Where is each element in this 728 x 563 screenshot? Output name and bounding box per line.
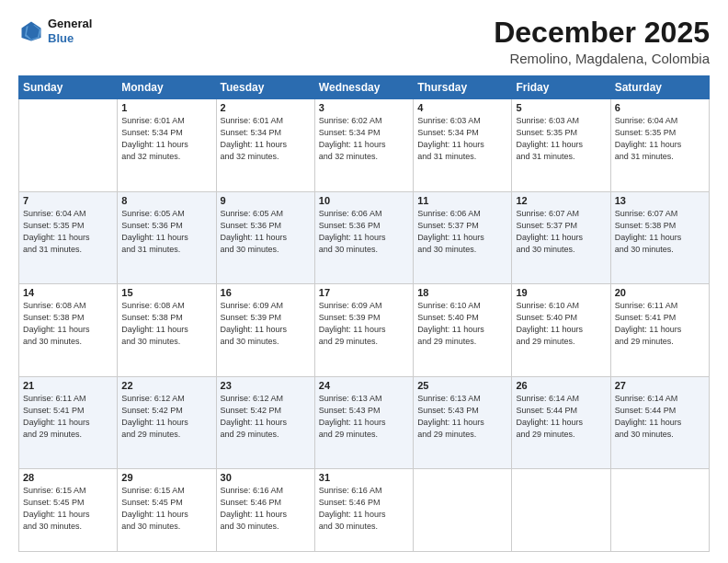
- day-number: 9: [221, 195, 311, 206]
- day-number: 29: [121, 472, 211, 483]
- logo-line2: Blue: [48, 31, 74, 45]
- calendar-week-row: 7Sunrise: 6:04 AM Sunset: 5:35 PM Daylig…: [19, 191, 710, 284]
- col-sunday: Sunday: [19, 76, 118, 99]
- day-info: Sunrise: 6:05 AM Sunset: 5:36 PM Dayligh…: [221, 208, 311, 256]
- day-number: 12: [516, 195, 606, 206]
- table-row: 7Sunrise: 6:04 AM Sunset: 5:35 PM Daylig…: [19, 191, 118, 284]
- table-row: [610, 469, 709, 552]
- table-row: 5Sunrise: 6:03 AM Sunset: 5:35 PM Daylig…: [512, 99, 610, 192]
- table-row: 24Sunrise: 6:13 AM Sunset: 5:43 PM Dayli…: [314, 376, 413, 469]
- day-info: Sunrise: 6:16 AM Sunset: 5:46 PM Dayligh…: [319, 485, 409, 533]
- day-info: Sunrise: 6:12 AM Sunset: 5:42 PM Dayligh…: [121, 393, 211, 441]
- table-row: 26Sunrise: 6:14 AM Sunset: 5:44 PM Dayli…: [512, 376, 610, 469]
- day-info: Sunrise: 6:04 AM Sunset: 5:35 PM Dayligh…: [615, 115, 705, 163]
- logo-text: General Blue: [48, 17, 92, 45]
- day-info: Sunrise: 6:07 AM Sunset: 5:37 PM Dayligh…: [516, 208, 606, 256]
- table-row: 20Sunrise: 6:11 AM Sunset: 5:41 PM Dayli…: [610, 284, 709, 377]
- table-row: 11Sunrise: 6:06 AM Sunset: 5:37 PM Dayli…: [414, 191, 512, 284]
- day-number: 10: [319, 195, 409, 206]
- table-row: 15Sunrise: 6:08 AM Sunset: 5:38 PM Dayli…: [118, 284, 216, 377]
- day-number: 17: [319, 287, 409, 298]
- table-row: 27Sunrise: 6:14 AM Sunset: 5:44 PM Dayli…: [610, 376, 709, 469]
- table-row: 19Sunrise: 6:10 AM Sunset: 5:40 PM Dayli…: [512, 284, 610, 377]
- day-info: Sunrise: 6:04 AM Sunset: 5:35 PM Dayligh…: [23, 208, 113, 256]
- logo-icon: [18, 18, 44, 44]
- logo: General Blue: [18, 17, 92, 45]
- header: General Blue December 2025 Remolino, Mag…: [18, 17, 710, 66]
- day-number: 20: [615, 287, 705, 298]
- main-title: December 2025: [494, 17, 710, 49]
- day-info: Sunrise: 6:15 AM Sunset: 5:45 PM Dayligh…: [23, 485, 113, 533]
- title-block: December 2025 Remolino, Magdalena, Colom…: [494, 17, 710, 66]
- table-row: 8Sunrise: 6:05 AM Sunset: 5:36 PM Daylig…: [118, 191, 216, 284]
- table-row: 30Sunrise: 6:16 AM Sunset: 5:46 PM Dayli…: [216, 469, 314, 552]
- day-number: 2: [221, 102, 311, 113]
- page: General Blue December 2025 Remolino, Mag…: [0, 0, 728, 563]
- table-row: 22Sunrise: 6:12 AM Sunset: 5:42 PM Dayli…: [118, 376, 216, 469]
- table-row: 21Sunrise: 6:11 AM Sunset: 5:41 PM Dayli…: [19, 376, 118, 469]
- day-info: Sunrise: 6:11 AM Sunset: 5:41 PM Dayligh…: [23, 393, 113, 441]
- day-info: Sunrise: 6:05 AM Sunset: 5:36 PM Dayligh…: [121, 208, 211, 256]
- day-info: Sunrise: 6:13 AM Sunset: 5:43 PM Dayligh…: [417, 393, 507, 441]
- table-row: 14Sunrise: 6:08 AM Sunset: 5:38 PM Dayli…: [19, 284, 118, 377]
- table-row: 18Sunrise: 6:10 AM Sunset: 5:40 PM Dayli…: [414, 284, 512, 377]
- day-number: 31: [319, 472, 409, 483]
- logo-line1: General: [48, 17, 92, 30]
- subtitle: Remolino, Magdalena, Colombia: [494, 51, 710, 66]
- day-number: 1: [121, 102, 211, 113]
- table-row: [512, 469, 610, 552]
- calendar-header-row: Sunday Monday Tuesday Wednesday Thursday…: [19, 76, 710, 99]
- table-row: 4Sunrise: 6:03 AM Sunset: 5:34 PM Daylig…: [414, 99, 512, 192]
- day-number: 16: [221, 287, 311, 298]
- table-row: 3Sunrise: 6:02 AM Sunset: 5:34 PM Daylig…: [314, 99, 413, 192]
- day-info: Sunrise: 6:11 AM Sunset: 5:41 PM Dayligh…: [615, 300, 705, 348]
- day-info: Sunrise: 6:15 AM Sunset: 5:45 PM Dayligh…: [121, 485, 211, 533]
- calendar-week-row: 1Sunrise: 6:01 AM Sunset: 5:34 PM Daylig…: [19, 99, 710, 192]
- table-row: 13Sunrise: 6:07 AM Sunset: 5:38 PM Dayli…: [610, 191, 709, 284]
- day-info: Sunrise: 6:03 AM Sunset: 5:35 PM Dayligh…: [516, 115, 606, 163]
- day-info: Sunrise: 6:12 AM Sunset: 5:42 PM Dayligh…: [221, 393, 311, 441]
- day-info: Sunrise: 6:06 AM Sunset: 5:37 PM Dayligh…: [417, 208, 507, 256]
- day-number: 15: [121, 287, 211, 298]
- calendar-table: Sunday Monday Tuesday Wednesday Thursday…: [18, 75, 710, 552]
- table-row: 6Sunrise: 6:04 AM Sunset: 5:35 PM Daylig…: [610, 99, 709, 192]
- day-info: Sunrise: 6:07 AM Sunset: 5:38 PM Dayligh…: [615, 208, 705, 256]
- day-info: Sunrise: 6:10 AM Sunset: 5:40 PM Dayligh…: [417, 300, 507, 348]
- day-number: 13: [615, 195, 705, 206]
- day-number: 23: [221, 380, 311, 391]
- table-row: 29Sunrise: 6:15 AM Sunset: 5:45 PM Dayli…: [118, 469, 216, 552]
- table-row: 10Sunrise: 6:06 AM Sunset: 5:36 PM Dayli…: [314, 191, 413, 284]
- day-number: 24: [319, 380, 409, 391]
- col-wednesday: Wednesday: [314, 76, 413, 99]
- day-number: 3: [319, 102, 409, 113]
- day-number: 8: [121, 195, 211, 206]
- table-row: 1Sunrise: 6:01 AM Sunset: 5:34 PM Daylig…: [118, 99, 216, 192]
- day-number: 6: [615, 102, 705, 113]
- day-info: Sunrise: 6:16 AM Sunset: 5:46 PM Dayligh…: [221, 485, 311, 533]
- table-row: 25Sunrise: 6:13 AM Sunset: 5:43 PM Dayli…: [414, 376, 512, 469]
- table-row: 28Sunrise: 6:15 AM Sunset: 5:45 PM Dayli…: [19, 469, 118, 552]
- day-info: Sunrise: 6:06 AM Sunset: 5:36 PM Dayligh…: [319, 208, 409, 256]
- col-tuesday: Tuesday: [216, 76, 314, 99]
- day-number: 30: [221, 472, 311, 483]
- day-number: 18: [417, 287, 507, 298]
- day-number: 28: [23, 472, 113, 483]
- day-number: 5: [516, 102, 606, 113]
- day-number: 4: [417, 102, 507, 113]
- day-info: Sunrise: 6:01 AM Sunset: 5:34 PM Dayligh…: [121, 115, 211, 163]
- day-info: Sunrise: 6:08 AM Sunset: 5:38 PM Dayligh…: [121, 300, 211, 348]
- table-row: 17Sunrise: 6:09 AM Sunset: 5:39 PM Dayli…: [314, 284, 413, 377]
- day-info: Sunrise: 6:08 AM Sunset: 5:38 PM Dayligh…: [23, 300, 113, 348]
- day-number: 21: [23, 380, 113, 391]
- table-row: [19, 99, 118, 192]
- day-number: 25: [417, 380, 507, 391]
- table-row: 12Sunrise: 6:07 AM Sunset: 5:37 PM Dayli…: [512, 191, 610, 284]
- day-info: Sunrise: 6:03 AM Sunset: 5:34 PM Dayligh…: [417, 115, 507, 163]
- day-info: Sunrise: 6:09 AM Sunset: 5:39 PM Dayligh…: [221, 300, 311, 348]
- day-info: Sunrise: 6:13 AM Sunset: 5:43 PM Dayligh…: [319, 393, 409, 441]
- day-number: 19: [516, 287, 606, 298]
- col-saturday: Saturday: [610, 76, 709, 99]
- table-row: 9Sunrise: 6:05 AM Sunset: 5:36 PM Daylig…: [216, 191, 314, 284]
- table-row: [414, 469, 512, 552]
- day-info: Sunrise: 6:14 AM Sunset: 5:44 PM Dayligh…: [615, 393, 705, 441]
